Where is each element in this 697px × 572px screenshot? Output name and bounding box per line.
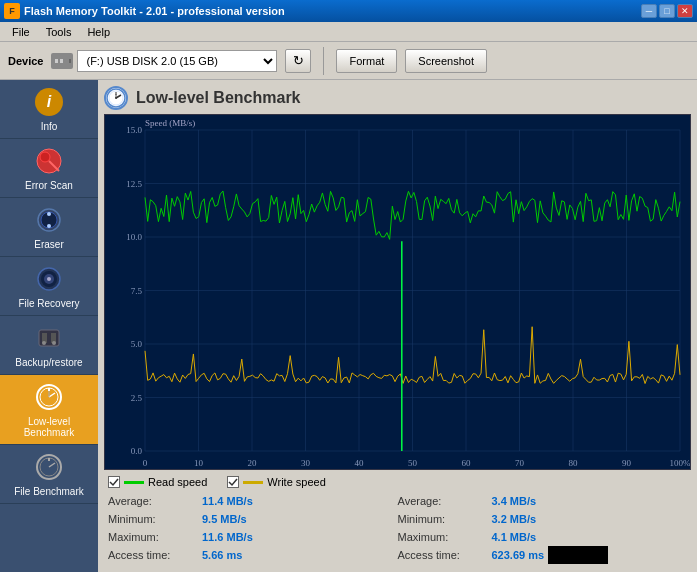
device-label: Device [8,55,43,67]
read-minimum-row: Minimum: 9.5 MB/s [108,510,398,528]
write-speed-checkbox[interactable] [227,476,239,488]
screenshot-button[interactable]: Screenshot [405,49,487,73]
chart-header: Low-level Benchmark [104,86,691,110]
svg-point-5 [40,152,50,162]
svg-rect-3 [60,59,63,63]
main-area: i Info Error Scan [0,80,697,572]
write-maximum-value: 4.1 MB/s [492,531,537,543]
svg-line-23 [49,393,55,397]
svg-rect-1 [69,59,71,63]
backup-icon [33,322,65,354]
sidebar-item-backup-restore[interactable]: Backup/restore [0,316,98,375]
read-maximum-row: Maximum: 11.6 MB/s [108,528,398,546]
read-access-time-row: Access time: 5.66 ms [108,546,398,564]
svg-point-10 [47,224,51,228]
eraser-icon [33,204,65,236]
sidebar-item-eraser[interactable]: Eraser [0,198,98,257]
write-speed-color [243,481,263,484]
sidebar-label-file-benchmark: File Benchmark [14,486,83,497]
read-minimum-label: Minimum: [108,513,198,525]
file-recovery-icon [33,263,65,295]
device-select[interactable]: (F:) USB DISK 2.0 (15 GB) [77,50,277,72]
refresh-button[interactable]: ↻ [285,49,311,73]
file-benchmark-icon [33,451,65,483]
menu-help[interactable]: Help [79,24,118,40]
redacted-area [548,546,608,564]
read-access-time-value: 5.66 ms [202,549,242,561]
write-average-value: 3.4 MB/s [492,495,537,507]
write-maximum-label: Maximum: [398,531,488,543]
stats-left-col: Average: 11.4 MB/s Minimum: 9.5 MB/s Max… [108,492,398,564]
read-average-value: 11.4 MB/s [202,495,253,507]
toolbar-separator [323,47,324,75]
sidebar-label-error-scan: Error Scan [25,180,73,191]
menu-bar: File Tools Help [0,22,697,42]
benchmark-chart [105,115,690,470]
write-speed-legend: Write speed [227,476,326,488]
error-scan-icon [33,145,65,177]
menu-tools[interactable]: Tools [38,24,80,40]
maximize-button[interactable]: □ [659,4,675,18]
read-speed-label: Read speed [148,476,207,488]
write-maximum-row: Maximum: 4.1 MB/s [398,528,688,546]
chart-container [104,114,691,470]
svg-point-34 [115,97,117,99]
sidebar-label-low-level-benchmark: Low-level Benchmark [4,416,94,438]
sidebar-item-file-recovery[interactable]: File Recovery [0,257,98,316]
chart-title: Low-level Benchmark [136,89,301,107]
svg-line-28 [49,463,55,467]
read-speed-color [124,481,144,484]
write-minimum-value: 3.2 MB/s [492,513,537,525]
write-average-row: Average: 3.4 MB/s [398,492,688,510]
format-button[interactable]: Format [336,49,397,73]
write-access-time-row: Access time: 623.69 ms [398,546,688,564]
sidebar-item-low-level-benchmark[interactable]: Low-level Benchmark [0,375,98,445]
sidebar-label-eraser: Eraser [34,239,63,250]
write-minimum-label: Minimum: [398,513,488,525]
low-level-benchmark-icon [33,381,65,413]
read-speed-legend: Read speed [108,476,207,488]
sidebar-label-info: Info [41,121,58,132]
toolbar: Device (F:) USB DISK 2.0 (15 GB) ↻ Forma… [0,42,697,80]
benchmark-clock-icon [104,86,128,110]
stats-right-col: Average: 3.4 MB/s Minimum: 3.2 MB/s Maxi… [398,492,688,564]
close-button[interactable]: ✕ [677,4,693,18]
sidebar-item-error-scan[interactable]: Error Scan [0,139,98,198]
read-minimum-value: 9.5 MB/s [202,513,247,525]
write-average-label: Average: [398,495,488,507]
svg-point-9 [47,212,51,216]
stats-grid: Average: 11.4 MB/s Minimum: 9.5 MB/s Max… [108,492,687,564]
sidebar-item-file-benchmark[interactable]: File Benchmark [0,445,98,504]
app-icon: F [4,3,20,19]
svg-point-14 [47,277,51,281]
read-maximum-label: Maximum: [108,531,198,543]
svg-point-18 [42,341,46,345]
read-average-row: Average: 11.4 MB/s [108,492,398,510]
minimize-button[interactable]: ─ [641,4,657,18]
svg-rect-2 [55,59,58,63]
info-icon: i [33,86,65,118]
write-speed-label: Write speed [267,476,326,488]
read-speed-checkbox[interactable] [108,476,120,488]
sidebar-label-file-recovery: File Recovery [18,298,79,309]
content-area: Low-level Benchmark Read speed Write spe [98,80,697,572]
read-access-time-label: Access time: [108,549,198,561]
usb-drive-icon [51,53,73,69]
write-minimum-row: Minimum: 3.2 MB/s [398,510,688,528]
read-average-label: Average: [108,495,198,507]
sidebar: i Info Error Scan [0,80,98,572]
title-bar: F Flash Memory Toolkit - 2.01 - professi… [0,0,697,22]
sidebar-label-backup-restore: Backup/restore [15,357,82,368]
read-maximum-value: 11.6 MB/s [202,531,253,543]
chart-legend: Read speed Write speed [104,474,691,490]
svg-point-19 [52,341,56,345]
write-access-time-label: Access time: [398,549,488,561]
device-selector-wrapper: (F:) USB DISK 2.0 (15 GB) [51,50,277,72]
stats-area: Average: 11.4 MB/s Minimum: 9.5 MB/s Max… [104,490,691,566]
app-title: Flash Memory Toolkit - 2.01 - profession… [24,5,285,17]
menu-file[interactable]: File [4,24,38,40]
write-access-time-value: 623.69 ms [492,549,545,561]
sidebar-item-info[interactable]: i Info [0,80,98,139]
